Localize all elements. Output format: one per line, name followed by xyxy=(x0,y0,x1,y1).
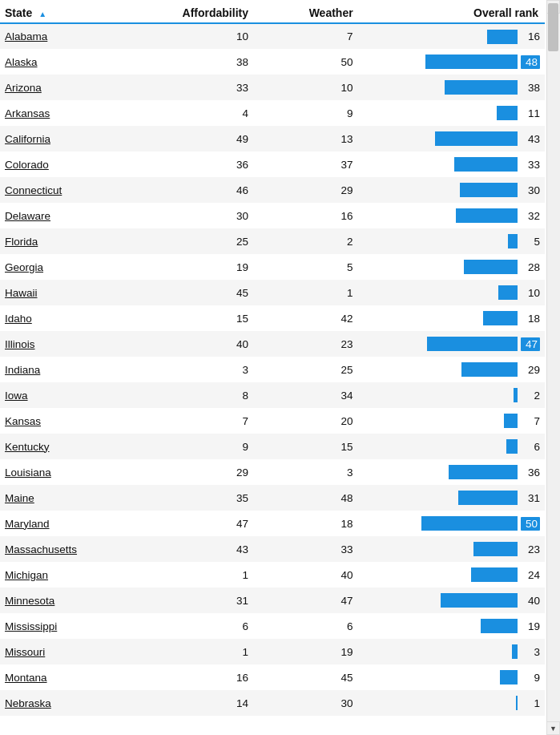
scroll-area: State ▲ Affordability Weather Overall ra… xyxy=(0,0,560,735)
affordability-cell: 7 xyxy=(158,408,272,434)
rank-number: 50 xyxy=(521,517,540,531)
state-link[interactable]: Indiana xyxy=(5,364,40,376)
table-row: Alabama10716 xyxy=(0,23,545,49)
affordability-cell: 38 xyxy=(158,49,272,75)
rank-bar xyxy=(449,465,518,479)
weather-cell: 9 xyxy=(272,100,369,126)
rank-number: 2 xyxy=(521,390,540,402)
state-link[interactable]: Mississippi xyxy=(5,620,57,632)
rank-number: 30 xyxy=(521,184,540,196)
table-row: Massachusetts433323 xyxy=(0,536,545,562)
rank-number: 33 xyxy=(521,159,540,171)
affordability-cell: 43 xyxy=(158,536,272,562)
state-link[interactable]: Kansas xyxy=(5,415,41,427)
sort-icon: ▲ xyxy=(38,10,46,18)
table-row: Connecticut462930 xyxy=(0,177,545,203)
rank-number: 32 xyxy=(521,210,540,222)
state-link[interactable]: California xyxy=(5,133,50,145)
state-header-label: State xyxy=(5,6,32,19)
col-header-affordability[interactable]: Affordability xyxy=(158,0,272,23)
rank-bar xyxy=(445,80,518,95)
rank-number: 6 xyxy=(521,441,540,453)
rank-number: 5 xyxy=(521,236,540,248)
affordability-cell: 31 xyxy=(158,588,272,613)
rank-number: 40 xyxy=(521,595,540,607)
col-header-state[interactable]: State ▲ xyxy=(0,0,158,23)
state-link[interactable]: Hawaii xyxy=(5,287,38,299)
state-link[interactable]: Arizona xyxy=(5,82,42,94)
table-row: Georgia19528 xyxy=(0,254,545,280)
state-link[interactable]: Arkansas xyxy=(5,107,50,119)
overall-rank-cell: 28 xyxy=(369,254,545,280)
table-row: Arizona331038 xyxy=(0,75,545,100)
rank-number: 43 xyxy=(521,133,540,145)
rank-number: 48 xyxy=(521,55,540,69)
table-body: Alabama10716Alaska385048Arizona331038Ark… xyxy=(0,23,545,716)
rank-number: 38 xyxy=(521,82,540,94)
scrollbar-thumb[interactable] xyxy=(548,3,558,51)
weather-cell: 47 xyxy=(272,588,369,613)
state-link[interactable]: Alabama xyxy=(5,30,47,42)
state-link[interactable]: Kentucky xyxy=(5,441,50,453)
table-row: Montana16459 xyxy=(0,664,545,690)
rank-number: 11 xyxy=(521,107,540,119)
weather-cell: 29 xyxy=(272,177,369,203)
state-link[interactable]: Minnesota xyxy=(5,595,54,607)
affordability-cell: 14 xyxy=(158,690,272,716)
overall-rank-cell: 38 xyxy=(369,75,545,100)
state-link[interactable]: Maine xyxy=(5,492,34,504)
table-row: Michigan14024 xyxy=(0,562,545,588)
scroll-arrow-down[interactable]: ▼ xyxy=(546,721,560,735)
rank-bar xyxy=(471,567,518,582)
state-link[interactable]: Illinois xyxy=(5,338,35,350)
table-row: Iowa8342 xyxy=(0,382,545,408)
overall-rank-cell: 18 xyxy=(369,305,545,331)
state-link[interactable]: Delaware xyxy=(5,210,50,222)
weather-cell: 2 xyxy=(272,228,369,254)
state-link[interactable]: Connecticut xyxy=(5,184,62,196)
rank-bar xyxy=(508,234,518,248)
rank-number: 29 xyxy=(521,364,540,376)
state-link[interactable]: Nebraska xyxy=(5,697,51,709)
rank-bar xyxy=(512,644,518,659)
state-link[interactable]: Louisiana xyxy=(5,466,51,479)
rank-bar xyxy=(421,516,518,531)
rank-bar xyxy=(498,285,518,300)
weather-cell: 33 xyxy=(272,536,369,562)
table-row: Nebraska14301 xyxy=(0,690,545,716)
state-link[interactable]: Massachusetts xyxy=(5,543,77,555)
rank-number: 1 xyxy=(521,697,540,709)
state-link[interactable]: Missouri xyxy=(5,646,45,658)
overall-rank-cell: 48 xyxy=(369,49,545,75)
state-link[interactable]: Georgia xyxy=(5,261,43,273)
rank-bar xyxy=(464,260,518,274)
overall-rank-cell: 24 xyxy=(369,562,545,588)
rank-bar xyxy=(460,183,518,197)
state-link[interactable]: Michigan xyxy=(5,569,48,581)
rank-number: 47 xyxy=(521,337,540,351)
state-link[interactable]: Montana xyxy=(5,672,47,684)
state-link[interactable]: Maryland xyxy=(5,518,50,530)
state-link[interactable]: Idaho xyxy=(5,313,32,325)
table-row: Mississippi6619 xyxy=(0,613,545,639)
table-row: Kansas7207 xyxy=(0,408,545,434)
affordability-cell: 40 xyxy=(158,331,272,357)
state-link[interactable]: Florida xyxy=(5,236,38,248)
weather-cell: 50 xyxy=(272,49,369,75)
state-link[interactable]: Iowa xyxy=(5,390,28,402)
table-row: Kentucky9156 xyxy=(0,434,545,459)
table-row: Idaho154218 xyxy=(0,305,545,331)
affordability-cell: 29 xyxy=(158,459,272,485)
overall-rank-cell: 47 xyxy=(369,331,545,357)
rank-number: 18 xyxy=(521,313,540,325)
affordability-cell: 35 xyxy=(158,485,272,511)
rank-bar xyxy=(461,362,518,377)
rank-bar xyxy=(441,593,518,608)
col-header-weather[interactable]: Weather xyxy=(272,0,369,23)
state-link[interactable]: Alaska xyxy=(5,56,38,68)
table-row: Louisiana29336 xyxy=(0,459,545,485)
state-link[interactable]: Colorado xyxy=(5,159,49,171)
overall-rank-cell: 16 xyxy=(369,23,545,49)
col-header-overall[interactable]: Overall rank xyxy=(369,0,545,23)
rank-number: 7 xyxy=(521,415,540,427)
